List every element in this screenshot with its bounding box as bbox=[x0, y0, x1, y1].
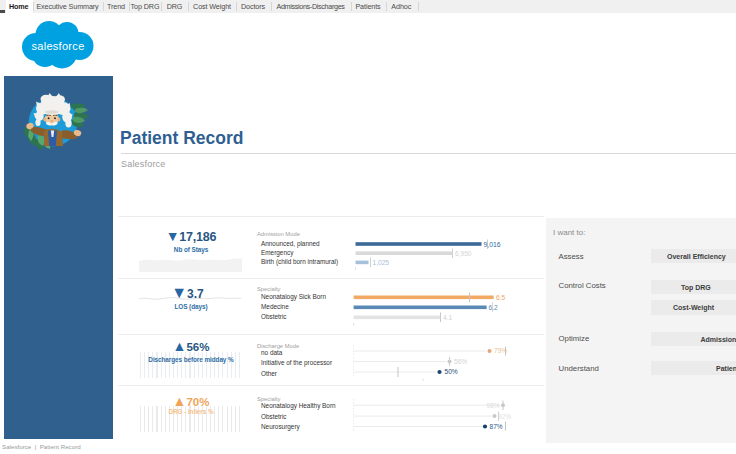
svg-text:4.1: 4.1 bbox=[443, 314, 452, 321]
svg-text:56%: 56% bbox=[454, 358, 467, 365]
svg-text:6.2: 6.2 bbox=[489, 304, 498, 311]
svg-text:87%: 87% bbox=[490, 423, 503, 430]
svg-text:50%: 50% bbox=[445, 368, 458, 375]
svg-text:1,025: 1,025 bbox=[373, 259, 390, 266]
svg-text:92%: 92% bbox=[498, 413, 511, 420]
svg-text:6,950: 6,950 bbox=[455, 250, 472, 257]
svg-text:6.5: 6.5 bbox=[496, 294, 505, 301]
svg-text:salesforce: salesforce bbox=[31, 40, 84, 52]
svg-text:98%: 98% bbox=[487, 402, 500, 409]
svg-text:9,016: 9,016 bbox=[484, 241, 501, 248]
